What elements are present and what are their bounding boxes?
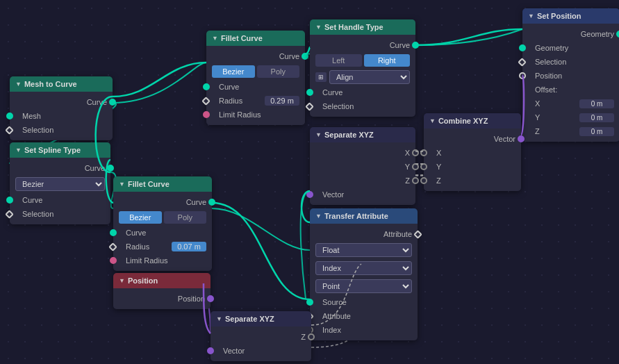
node-header: ▼ Separate XYZ (310, 127, 415, 142)
output-socket-attr[interactable] (413, 230, 422, 239)
input-socket-selection[interactable] (5, 126, 14, 135)
offset-y-row: Y 0 m (522, 110, 619, 124)
input-row-radius: Radius 0.07 m (113, 240, 212, 254)
input-socket-selection[interactable] (518, 58, 527, 67)
spline-type-dropdown[interactable]: Bezier NURBS Poly (15, 177, 105, 191)
input-socket-selection[interactable] (5, 210, 14, 219)
input-row-selection: Selection (10, 207, 110, 221)
poly-button[interactable]: Poly (164, 211, 207, 224)
separate-xyz-1-node: ▼ Separate XYZ X Y Z Vector (310, 127, 415, 205)
node-title: Separate XYZ (225, 315, 274, 323)
offset-x: 0 m (579, 99, 614, 108)
output-socket-vector[interactable] (518, 135, 525, 142)
node-header: ▼ Set Handle Type (310, 19, 415, 35)
offset-z: 0 m (579, 127, 614, 136)
set-position-node: ▼ Set Position Geometry Geometry Selecti… (522, 8, 619, 142)
input-socket-selection[interactable] (305, 102, 314, 111)
input-socket-geometry[interactable] (519, 44, 526, 51)
output-socket-curve[interactable] (412, 42, 419, 49)
input-row-vector: Vector (211, 344, 311, 358)
input-row-curve: Curve (310, 85, 415, 99)
node-title: Set Position (537, 12, 581, 20)
align-dropdown[interactable]: Align Free Vector (329, 70, 410, 84)
node-header: ▼ Set Spline Type (10, 142, 110, 158)
output-socket-curve[interactable] (208, 199, 215, 206)
input-socket-curve[interactable] (306, 89, 313, 96)
poly-button[interactable]: Poly (257, 65, 300, 78)
input-row-y: Y (424, 160, 521, 174)
input-row-x: X (424, 146, 521, 160)
input-socket-source[interactable] (306, 299, 313, 306)
output-row-curve: Curve (206, 49, 305, 63)
output-socket-z[interactable] (412, 177, 419, 184)
input-row-radius: Radius 0.29 m (206, 94, 305, 108)
input-socket-radius[interactable] (108, 242, 117, 251)
input-row-geometry: Geometry (522, 41, 619, 55)
input-socket-curve[interactable] (203, 83, 210, 90)
node-header: ▼ Transfer Attribute (310, 208, 418, 224)
output-socket-curve[interactable] (302, 53, 308, 60)
input-row-position: Position (522, 69, 619, 83)
input-row-selection: Selection (310, 99, 415, 113)
input-socket-position[interactable] (519, 72, 526, 79)
output-row-z: Z (211, 330, 311, 344)
input-row-curve: Curve (10, 193, 110, 207)
output-socket-curve[interactable] (107, 165, 114, 172)
output-row-curve: Curve (10, 95, 113, 109)
node-header: ▼ Separate XYZ (211, 311, 311, 326)
output-row-z: Z (310, 174, 415, 188)
mapping-dropdown[interactable]: Index Nearest Nearest Face Island (315, 261, 412, 275)
combine-xyz-node: ▼ Combine XYZ Vector X Y Z (424, 113, 521, 191)
offset-z-row: Z 0 m (522, 124, 619, 138)
output-label-attr: Attribute (310, 227, 418, 241)
output-row-vector: Vector (424, 132, 521, 146)
node-header: ▼ Combine XYZ (424, 113, 521, 129)
output-socket-z[interactable] (308, 333, 315, 340)
node-header: ▼ Fillet Curve (206, 31, 305, 46)
output-row-curve: Curve (310, 38, 415, 52)
output-socket-geometry[interactable] (616, 31, 619, 38)
input-row-vector: Vector (310, 188, 415, 201)
radius-value: 0.07 m (172, 242, 206, 251)
output-socket-x[interactable] (412, 149, 419, 156)
fillet-curve-1-node: ▼ Fillet Curve Curve Bezier Poly Curve R… (206, 31, 305, 125)
input-row-curve: Curve (113, 226, 212, 240)
transfer-attribute-node: ▼ Transfer Attribute Attribute Float Int… (310, 208, 418, 340)
output-row-geometry: Geometry (522, 27, 619, 41)
offset-y: 0 m (579, 113, 614, 122)
radius-value: 0.29 m (265, 96, 299, 106)
node-title: Fillet Curve (128, 180, 170, 188)
bezier-button[interactable]: Bezier (212, 65, 255, 78)
input-socket-mesh[interactable] (6, 113, 13, 119)
input-socket-vector[interactable] (207, 347, 214, 354)
output-socket-y[interactable] (412, 163, 419, 170)
output-socket-position[interactable] (207, 295, 214, 302)
node-title: Mesh to Curve (24, 80, 77, 88)
input-socket-limit[interactable] (110, 257, 117, 264)
node-title: Set Spline Type (24, 146, 81, 154)
input-socket-curve[interactable] (110, 229, 117, 236)
mesh-to-curve-node: ▼ Mesh to Curve Curve Mesh Selection (10, 76, 113, 140)
input-socket-radius[interactable] (201, 97, 211, 106)
output-row-curve: Curve (10, 161, 110, 175)
input-row-selection: Selection (10, 123, 113, 137)
input-socket-limit[interactable] (203, 111, 210, 118)
right-button[interactable]: Right (364, 54, 411, 67)
output-socket-curve[interactable] (109, 99, 116, 106)
output-row-curve: Curve (113, 195, 212, 209)
input-row-attribute: Attribute (310, 309, 418, 323)
input-socket-z[interactable] (420, 177, 427, 184)
fillet-curve-2-node: ▼ Fillet Curve Curve Bezier Poly Curve R… (113, 176, 212, 271)
input-socket-curve[interactable] (6, 197, 13, 204)
input-socket-vector[interactable] (306, 191, 313, 198)
node-title: Fillet Curve (221, 34, 263, 42)
domain-dropdown[interactable]: Point Edge Face (315, 279, 412, 293)
output-row-position: Position (113, 292, 211, 306)
input-socket-y[interactable] (420, 163, 427, 170)
left-button[interactable]: Left (315, 54, 362, 67)
type-dropdown[interactable]: Float Integer Vector (315, 243, 412, 257)
node-header: ▼ Set Position (522, 8, 619, 24)
bezier-button[interactable]: Bezier (119, 211, 162, 224)
input-socket-x[interactable] (420, 149, 427, 156)
node-header: ▼ Mesh to Curve (10, 76, 113, 92)
